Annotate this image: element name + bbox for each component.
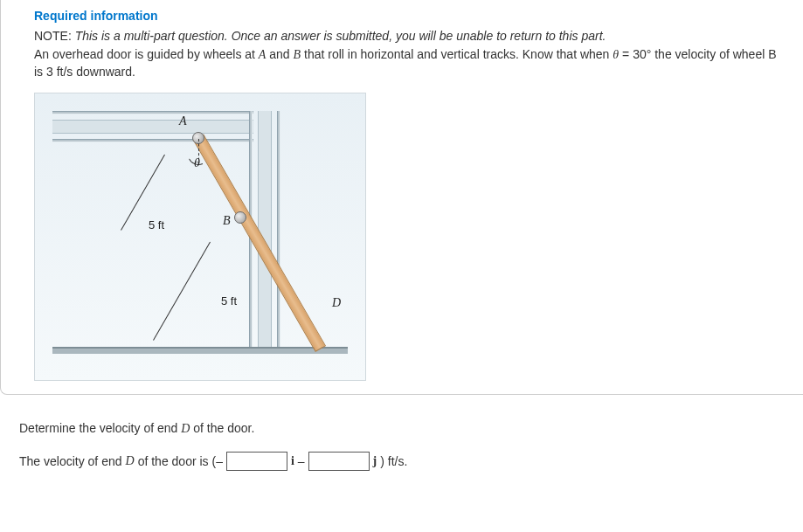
unit-i: i	[291, 454, 294, 468]
label-b: B	[223, 214, 231, 228]
door-diagram: A B D θ 5 ft 5 ft	[34, 93, 366, 381]
question-prompt: Determine the velocity of end D of the d…	[19, 421, 781, 436]
prompt-post: of the door.	[190, 421, 254, 435]
label-a: A	[179, 114, 187, 128]
horizontal-track	[52, 111, 253, 142]
prompt-var-d: D	[181, 422, 190, 435]
var-b: B	[294, 48, 301, 61]
label-d: D	[332, 296, 341, 310]
desc-mid1: and	[266, 47, 293, 61]
answer-post: ) ft/s.	[380, 454, 407, 468]
answer-sep: –	[298, 454, 305, 468]
dimension-5ft-upper: 5 ft	[149, 218, 164, 231]
label-theta: θ	[194, 156, 200, 170]
answer-var-d: D	[126, 454, 135, 468]
unit-j: j	[373, 454, 377, 468]
desc-pre: An overhead door is guided by wheels at	[34, 47, 259, 61]
figure-container: A B D θ 5 ft 5 ft	[34, 93, 803, 381]
dimension-line-2	[153, 241, 211, 340]
j-component-input[interactable]	[308, 452, 370, 471]
note-label: NOTE:	[34, 29, 72, 43]
required-information-heading: Required information	[34, 9, 781, 23]
answer-mid: of the door is (–	[138, 454, 223, 468]
answer-line: The velocity of end D of the door is (– …	[19, 452, 781, 471]
answer-pre: The velocity of end	[19, 454, 122, 468]
prompt-pre: Determine the velocity of end	[19, 421, 181, 435]
note-line: NOTE: This is a multi-part question. Onc…	[34, 28, 781, 45]
problem-description: An overhead door is guided by wheels at …	[34, 46, 781, 80]
dimension-5ft-lower: 5 ft	[221, 294, 237, 307]
i-component-input[interactable]	[226, 452, 287, 471]
floor-line	[52, 347, 348, 354]
note-text: This is a multi-part question. Once an a…	[75, 29, 606, 43]
wheel-b	[234, 211, 246, 224]
desc-mid2: that roll in horizontal and vertical tra…	[301, 47, 613, 61]
